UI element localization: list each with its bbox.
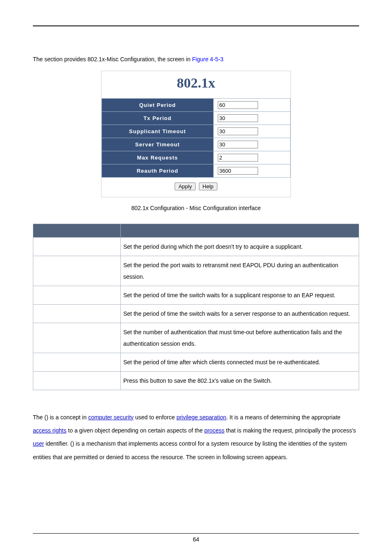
reauth-period-label: Reauth Period xyxy=(102,164,214,178)
supplicant-timeout-input[interactable] xyxy=(218,127,258,135)
link-user[interactable]: user xyxy=(33,440,44,447)
t6: to a given object depending on certain a… xyxy=(67,427,204,434)
desc-text: Set the period during which the port doe… xyxy=(121,238,359,256)
server-timeout-input[interactable] xyxy=(218,141,258,148)
panel-title: 802.1x xyxy=(101,71,291,98)
link-access-rights[interactable]: access rights xyxy=(33,427,67,434)
config-table: Quiet Period Tx Period Supplicant Timeou… xyxy=(101,98,291,178)
link-process[interactable]: process xyxy=(204,427,224,434)
server-timeout-label: Server Timeout xyxy=(102,138,214,151)
max-requests-label: Max Requests xyxy=(102,151,214,164)
table-row: Set the period of time the switch waits … xyxy=(33,305,359,323)
desc-obj xyxy=(33,353,121,372)
desc-obj xyxy=(33,372,121,390)
link-computer-security[interactable]: computer security xyxy=(88,414,134,421)
quiet-period-label: Quiet Period xyxy=(102,99,214,112)
acl-paragraph: The () is a concept in computer security… xyxy=(33,411,359,464)
description-table: Set the period during which the port doe… xyxy=(33,224,359,390)
page-footer: 64 xyxy=(0,533,392,543)
tx-period-label: Tx Period xyxy=(102,112,214,125)
t3: ) is a concept in xyxy=(46,414,88,421)
desc-obj xyxy=(33,256,121,286)
t10: ) is a mechanism that implements access … xyxy=(33,440,347,460)
desc-obj xyxy=(33,323,121,353)
supplicant-timeout-label: Supplicant Timeout xyxy=(102,125,214,138)
figure-ref-link: Figure 4-5-3 xyxy=(192,56,224,62)
desc-obj xyxy=(33,238,121,256)
t8: identifier. xyxy=(44,440,70,447)
table-row: Set the period of time after which clien… xyxy=(33,353,359,372)
figure-caption: 802.1x Configuration - Misc Configuratio… xyxy=(33,205,359,211)
desc-obj xyxy=(33,305,121,323)
config-panel: 802.1x Quiet Period Tx Period Supplicant… xyxy=(101,71,291,197)
table-row: Press this button to save the 802.1x's v… xyxy=(33,372,359,390)
max-requests-input[interactable] xyxy=(218,154,258,162)
desc-header-object xyxy=(33,224,121,238)
page-number: 64 xyxy=(193,536,199,543)
help-button[interactable]: Help xyxy=(199,183,217,190)
intro-text: The section provides 802.1x-Misc Configu… xyxy=(33,56,192,62)
panel-title-text: 802.1x xyxy=(101,75,291,91)
intro-line: The section provides 802.1x-Misc Configu… xyxy=(33,56,359,62)
desc-text: Set the period the port waits to retrans… xyxy=(121,256,359,286)
desc-header-description xyxy=(121,224,359,238)
t7: that is making the request, principally … xyxy=(224,427,356,434)
button-row: Apply Help xyxy=(101,178,291,197)
t4: used to enforce xyxy=(134,414,176,421)
link-privilege-separation[interactable]: privilege separation xyxy=(176,414,226,421)
desc-obj xyxy=(33,286,121,305)
table-row: Set the number of authentication that mu… xyxy=(33,323,359,353)
apply-button[interactable]: Apply xyxy=(175,183,196,190)
quiet-period-input[interactable] xyxy=(218,101,258,109)
table-row: Set the period of time the switch waits … xyxy=(33,286,359,305)
desc-text: Press this button to save the 802.1x's v… xyxy=(121,372,359,390)
tx-period-input[interactable] xyxy=(218,114,258,122)
desc-text: Set the period of time after which clien… xyxy=(121,353,359,372)
table-row: Set the period during which the port doe… xyxy=(33,238,359,256)
t5: . It is a means of determining the appro… xyxy=(226,414,341,421)
desc-text: Set the period of time the switch waits … xyxy=(121,305,359,323)
figure-caption-text: 802.1x Configuration - Misc Configuratio… xyxy=(131,205,261,211)
table-row: Set the period the port waits to retrans… xyxy=(33,256,359,286)
desc-text: Set the number of authentication that mu… xyxy=(121,323,359,353)
desc-text: Set the period of time the switch waits … xyxy=(121,286,359,305)
t1: The xyxy=(33,414,44,421)
reauth-period-input[interactable] xyxy=(218,167,258,175)
